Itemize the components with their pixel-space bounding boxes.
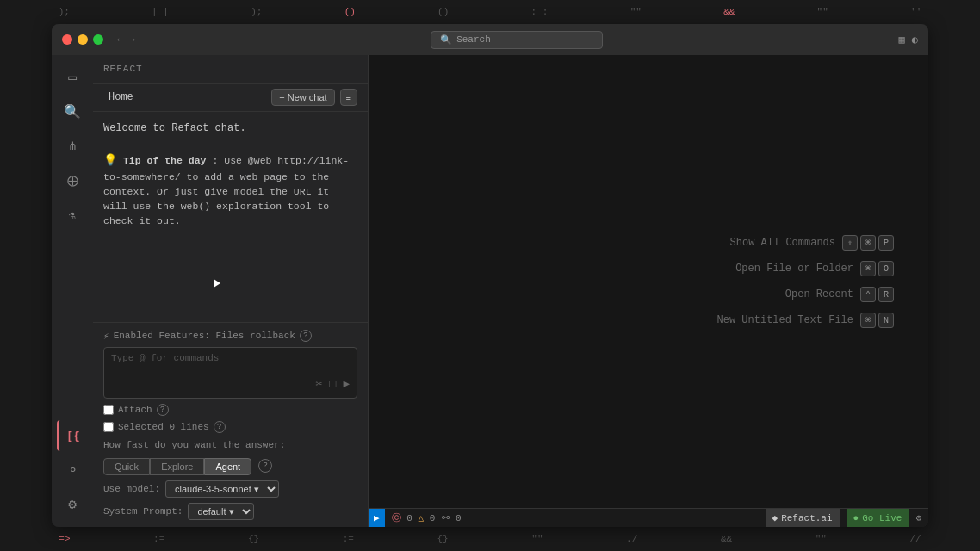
- live-status-button[interactable]: ● Go Live: [847, 509, 909, 528]
- top-code-1: );: [59, 7, 70, 17]
- welcome-text: Welcome to Refact chat.: [103, 122, 246, 134]
- key-cmd: ⌘: [860, 235, 876, 251]
- git-branch: ⚯ 0: [442, 512, 461, 523]
- model-label: Use model:: [103, 484, 160, 494]
- shortcut-label-open: Open File or Folder: [735, 263, 853, 275]
- cursor-arrow: [214, 279, 220, 288]
- sidebar-icon-account[interactable]: ⚬: [57, 455, 88, 486]
- settings-status-icon[interactable]: ⚙: [915, 512, 921, 523]
- refact-panel: REFACT Home + New chat ≡ Welcome to Refa…: [93, 55, 369, 527]
- theme-icon[interactable]: ◐: [912, 34, 918, 46]
- sidebar-icon-git[interactable]: ⋔: [57, 131, 88, 162]
- sidebar-icon-settings[interactable]: ⚙: [57, 489, 88, 520]
- speed-help-icon[interactable]: ?: [258, 459, 272, 473]
- back-icon[interactable]: ←: [117, 33, 124, 46]
- titlebar-nav: ← →: [117, 33, 135, 46]
- key-n: N: [878, 313, 894, 328]
- speed-label: How fast do you want the answer:: [103, 440, 357, 450]
- bot-code-1: =>: [59, 534, 70, 544]
- sidebar: ▭ 🔍 ⋔ ⨁ ⚗ [{ ⚬ ⚙: [52, 55, 93, 527]
- sidebar-icon-files[interactable]: ▭: [57, 62, 88, 93]
- key-shift: ⇧: [842, 235, 858, 251]
- shortcut-new-file: New Untitled Text File ⌘ N: [717, 313, 894, 328]
- shortcut-open-recent: Open Recent ⌃ R: [717, 287, 894, 302]
- live-label: Go Live: [862, 513, 902, 523]
- attach-label: Attach: [118, 405, 152, 415]
- key-ctrl: ⌃: [860, 287, 876, 302]
- bot-code-9: "": [816, 534, 827, 544]
- minimize-button[interactable]: [78, 34, 88, 45]
- refact-tabs: Home + New chat ≡: [93, 84, 368, 112]
- flask-icon: ⚗: [69, 208, 76, 222]
- new-chat-button[interactable]: + New chat: [271, 89, 334, 106]
- chat-tip: 💡 Tip of the day : Use @web http://link-…: [93, 145, 368, 236]
- main-window: ← → 🔍 Search ▦ ◐ ▭ 🔍 ⋔ ⨁: [52, 24, 928, 527]
- refact-panel-header: REFACT: [93, 55, 368, 84]
- maximize-button[interactable]: [93, 34, 103, 45]
- shortcut-keys-open: ⌘ O: [860, 261, 894, 276]
- model-row: Use model: claude-3-5-sonnet ▾: [103, 480, 357, 498]
- search-box[interactable]: 🔍 Search: [431, 31, 603, 49]
- sidebar-icon-extensions[interactable]: ⨁: [57, 165, 88, 196]
- top-code-4: (): [344, 7, 356, 17]
- sidebar-icon-flask[interactable]: ⚗: [57, 200, 88, 231]
- speed-agent-button[interactable]: Agent: [204, 458, 251, 475]
- key-o: O: [878, 261, 894, 276]
- chat-input-box[interactable]: Type @ for commands ✂ □ ►: [103, 347, 357, 399]
- tip-icon: 💡: [103, 154, 117, 167]
- bot-code-6: "": [531, 534, 543, 544]
- bot-code-8: &&: [721, 534, 732, 544]
- refact-title: REFACT: [103, 64, 143, 74]
- bot-code-7: ./: [626, 534, 637, 544]
- close-button[interactable]: [62, 34, 72, 45]
- forward-icon[interactable]: →: [127, 33, 134, 46]
- shortcut-keys-commands: ⇧ ⌘ P: [842, 235, 894, 251]
- image-icon[interactable]: □: [327, 376, 338, 393]
- traffic-lights: [62, 34, 103, 45]
- bot-code-4: :=: [343, 534, 354, 544]
- key-p: P: [878, 235, 894, 251]
- system-prompt-select[interactable]: default ▾: [188, 503, 254, 520]
- top-code-7: "": [630, 7, 642, 17]
- attach-help-icon[interactable]: ?: [157, 404, 169, 416]
- tab-actions: + New chat ≡: [271, 89, 357, 106]
- extensions-icon: ⨁: [67, 174, 78, 188]
- input-placeholder: Type @ for commands: [111, 353, 350, 363]
- top-code-3: );: [251, 7, 262, 17]
- speed-quick-button[interactable]: Quick: [103, 458, 150, 475]
- selected-lines-help-icon[interactable]: ?: [214, 421, 226, 433]
- top-code-9: "": [817, 7, 828, 17]
- selected-lines-checkbox[interactable]: [103, 422, 114, 432]
- bot-code-10: //: [909, 534, 921, 544]
- shortcut-keys-recent: ⌃ R: [860, 287, 894, 302]
- chat-welcome: Welcome to Refact chat.: [93, 112, 368, 145]
- features-help-icon[interactable]: ?: [300, 330, 312, 342]
- key-cmd3: ⌘: [860, 313, 876, 328]
- shortcut-label-recent: Open Recent: [785, 288, 853, 300]
- statusbar-left: ▶ ⓒ 0 △ 0 ⚯ 0: [375, 509, 462, 528]
- status-blue-indicator: ▶: [369, 509, 385, 528]
- speed-explore-button[interactable]: Explore: [150, 458, 204, 475]
- top-code-10: '': [910, 7, 921, 17]
- titlebar: ← → 🔍 Search ▦ ◐: [52, 24, 928, 55]
- git-icon: ⋔: [68, 139, 78, 153]
- bot-code-5: {}: [437, 534, 448, 544]
- attach-checkbox[interactable]: [103, 405, 114, 415]
- scissors-icon[interactable]: ✂: [314, 375, 325, 393]
- search-icon-title: 🔍: [440, 34, 452, 46]
- menu-button[interactable]: ≡: [340, 89, 357, 106]
- model-select[interactable]: claude-3-5-sonnet ▾: [165, 480, 279, 498]
- sidebar-icon-search[interactable]: 🔍: [57, 96, 88, 127]
- tab-home[interactable]: Home: [103, 90, 139, 105]
- refact-status-button[interactable]: ◆ Refact.ai: [766, 509, 840, 528]
- system-prompt-row: System Prompt: default ▾: [103, 503, 357, 520]
- live-icon: ●: [853, 513, 859, 523]
- refact-bottom: ⚡ Enabled Features: Files rollback ? Typ…: [93, 322, 368, 527]
- status-errors: ⓒ 0 △ 0: [392, 511, 436, 524]
- search-label: Search: [456, 34, 491, 45]
- bot-code-3: {}: [248, 534, 259, 544]
- send-icon[interactable]: ►: [341, 376, 351, 393]
- shortcut-show-commands: Show All Commands ⇧ ⌘ P: [717, 235, 894, 251]
- sidebar-icon-refact[interactable]: [{: [57, 420, 88, 451]
- layout-icon[interactable]: ▦: [899, 34, 905, 46]
